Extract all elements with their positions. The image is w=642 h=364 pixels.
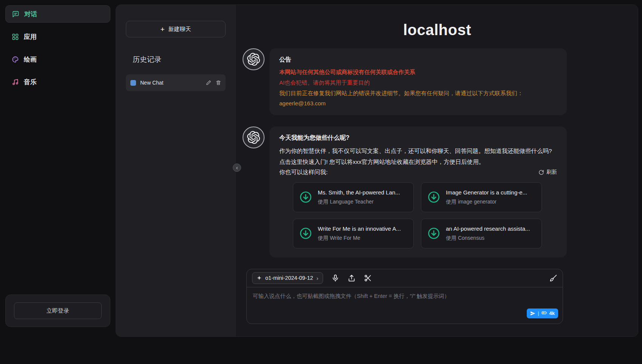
content-panel: + 新建聊天 历史记录 New Chat ‹ localhost <box>116 5 638 337</box>
announcement-line: 我们目前正在修复我们网站上的错误并改进细节。如果您有任何疑问，请通过以下方式联系… <box>279 89 557 98</box>
ask-hint-row: 你也可以这样问我: 刷新 <box>279 168 557 176</box>
sidebar-item-label: 应用 <box>24 32 37 41</box>
openai-logo-icon <box>247 53 260 66</box>
chevron-right-icon: › <box>317 275 319 281</box>
sidebar-item-label: 绘画 <box>24 55 37 64</box>
chat-main: localhost 公告 本网站与任何其他公司或商标没有任何关联或合作关系 AI… <box>237 5 638 336</box>
suggestion-title: an AI-powered research assista... <box>446 225 530 232</box>
model-selector[interactable]: o1-mini-2024-09-12 › <box>252 272 323 284</box>
composer: o1-mini-2024-09-12 › <box>246 269 563 324</box>
welcome-body: 作为你的智慧伙伴，我不仅可以写文案、出点子，还可以和你聊天、回答问题。想知道我还… <box>279 146 557 167</box>
suggestion-title: Ms. Smith, the AI-powered Lan... <box>318 189 400 196</box>
token-count: 4k <box>549 310 555 316</box>
suggestion-card[interactable]: Image Generator is a cutting-e... 使用 ima… <box>421 182 542 212</box>
upload-button[interactable] <box>348 274 356 282</box>
openai-logo-icon <box>247 131 260 144</box>
collapse-sidebar-button[interactable]: ‹ <box>233 163 241 172</box>
new-chat-label: 新建聊天 <box>169 26 191 33</box>
refresh-icon <box>538 170 544 175</box>
sidebar-item-label: 对话 <box>24 10 37 19</box>
suggestion-title: Write For Me is an innovative A... <box>318 225 401 232</box>
badge-divider: | <box>538 310 539 316</box>
announcement-line: AI也会犯错。请勿将其用于重要目的 <box>279 78 557 88</box>
chat-item-actions <box>206 80 221 85</box>
circle-arrow-down-icon <box>427 227 441 240</box>
upload-icon <box>348 274 356 282</box>
sparkle-icon <box>257 275 262 281</box>
circle-arrow-down-icon <box>299 190 312 204</box>
sidebar-item-drawing[interactable]: 绘画 <box>5 51 110 68</box>
announcement-line: 本网站与任何其他公司或商标没有任何关联或合作关系 <box>279 68 557 77</box>
clear-context-button[interactable] <box>549 274 557 282</box>
plus-icon: + <box>160 26 164 33</box>
message-input[interactable] <box>247 287 563 324</box>
suggestion-title: Image Generator is a cutting-e... <box>446 189 527 196</box>
suggestion-subtitle: 使用 Language Teacher <box>318 199 400 205</box>
app-root: 对话 应用 绘画 音乐 立即登录 + <box>0 0 642 364</box>
edit-pencil-icon[interactable] <box>206 80 211 85</box>
new-chat-button[interactable]: + 新建聊天 <box>126 21 226 37</box>
suggestion-subtitle: 使用 image generator <box>446 199 527 205</box>
composer-input-area: | 4k <box>247 287 563 324</box>
suggestion-subtitle: 使用 Consensus <box>446 235 530 242</box>
welcome-heading: 今天我能为您做些什么呢? <box>279 134 557 142</box>
login-panel: 立即登录 <box>5 295 110 327</box>
send-button[interactable]: | 4k <box>527 308 558 318</box>
announcement-bubble: 公告 本网站与任何其他公司或商标没有任何关联或合作关系 AI也会犯错。请勿将其用… <box>269 48 567 115</box>
circle-arrow-down-icon <box>299 227 312 240</box>
suggestion-grid: Ms. Smith, the AI-powered Lan... 使用 Lang… <box>293 182 542 248</box>
chat-list-item[interactable]: New Chat <box>126 74 226 91</box>
refresh-suggestions-button[interactable]: 刷新 <box>538 169 557 176</box>
suggestion-card[interactable]: Ms. Smith, the AI-powered Lan... 使用 Lang… <box>293 182 414 212</box>
assistant-message-announcement: 公告 本网站与任何其他公司或商标没有任何关联或合作关系 AI也会犯错。请勿将其用… <box>243 48 567 115</box>
sidebar-item-apps[interactable]: 应用 <box>5 28 110 45</box>
circle-arrow-down-icon <box>427 190 441 204</box>
assistant-avatar <box>243 126 265 148</box>
palette-icon <box>11 56 19 63</box>
suggestion-card[interactable]: an AI-powered research assista... 使用 Con… <box>421 219 542 248</box>
history-title: 历史记录 <box>133 55 226 65</box>
login-button[interactable]: 立即登录 <box>14 302 102 319</box>
sidebar-item-music[interactable]: 音乐 <box>5 73 110 91</box>
broom-icon <box>549 274 557 282</box>
scissors-icon <box>364 274 372 282</box>
chat-list-column: + 新建聊天 历史记录 New Chat <box>116 5 237 336</box>
token-battery-icon <box>541 310 547 317</box>
suggestion-card[interactable]: Write For Me is an innovative A... 使用 Wr… <box>293 219 414 248</box>
refresh-label: 刷新 <box>546 169 557 176</box>
music-note-icon <box>11 78 19 86</box>
message-list: 公告 本网站与任何其他公司或商标没有任何关联或合作关系 AI也会犯错。请勿将其用… <box>243 48 567 258</box>
composer-toolbar: o1-mini-2024-09-12 › <box>247 269 563 287</box>
assistant-message-welcome: 今天我能为您做些什么呢? 作为你的智慧伙伴，我不仅可以写文案、出点子，还可以和你… <box>243 126 567 257</box>
screenshot-scissors-button[interactable] <box>364 274 372 282</box>
send-plane-icon <box>530 311 535 316</box>
chat-item-title: New Chat <box>140 80 163 86</box>
microphone-icon <box>331 274 339 282</box>
sidebar-item-chat[interactable]: 对话 <box>5 5 110 23</box>
sidebar-item-label: 音乐 <box>24 78 37 86</box>
microphone-button[interactable] <box>331 274 339 282</box>
welcome-bubble: 今天我能为您做些什么呢? 作为你的智慧伙伴，我不仅可以写文案、出点子，还可以和你… <box>269 126 567 257</box>
ask-hint-text: 你也可以这样问我: <box>279 168 328 176</box>
delete-trash-icon[interactable] <box>216 80 221 85</box>
suggestion-subtitle: 使用 Write For Me <box>318 235 401 242</box>
sidebar: 对话 应用 绘画 音乐 立即登录 <box>0 0 116 364</box>
chat-icon <box>12 10 19 18</box>
contact-email-link[interactable]: ageerle@163.com <box>279 100 326 106</box>
announcement-heading: 公告 <box>279 56 557 64</box>
model-name: o1-mini-2024-09-12 <box>265 275 313 281</box>
apps-grid-icon <box>11 33 19 40</box>
assistant-avatar <box>243 48 265 70</box>
chat-color-swatch-icon <box>130 80 136 86</box>
page-title: localhost <box>237 22 638 39</box>
